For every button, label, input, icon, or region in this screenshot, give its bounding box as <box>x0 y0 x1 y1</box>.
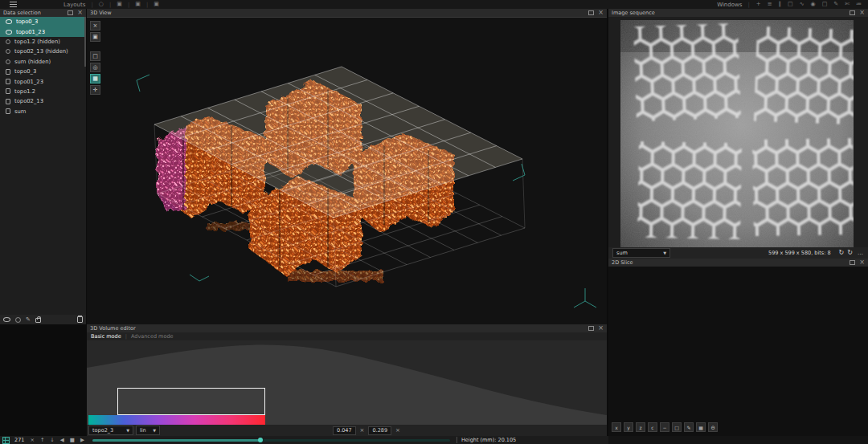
dataset-icon <box>6 79 10 84</box>
layout-preset-1-icon[interactable]: ▣ <box>117 0 122 9</box>
divider: | <box>109 2 111 8</box>
layout-preset-3-icon[interactable]: ▣ <box>154 0 159 9</box>
hamburger-menu-icon[interactable] <box>10 2 17 7</box>
curve-icon[interactable]: ∿ <box>800 0 805 9</box>
bounding-box-button[interactable]: □ <box>90 51 100 61</box>
float-panel-icon[interactable] <box>850 10 855 15</box>
rotate-left-icon[interactable]: ↻ <box>839 249 845 257</box>
slice-slider[interactable] <box>92 439 450 442</box>
clear-view-button[interactable]: × <box>90 21 100 31</box>
close-icon[interactable]: × <box>598 9 604 17</box>
rotate-right-icon[interactable]: ↻ <box>847 249 853 257</box>
list-item[interactable]: topo01_23 <box>0 26 86 36</box>
close-icon[interactable]: × <box>598 324 604 332</box>
slice-slider-handle[interactable] <box>258 438 263 442</box>
link-icon[interactable]: + <box>756 0 761 9</box>
list-item[interactable]: sum <box>0 107 86 116</box>
play-forward-icon[interactable]: ▶ <box>80 437 84 443</box>
list-item-label: topo0_3 <box>14 68 36 75</box>
eye-icon[interactable] <box>6 30 12 35</box>
list-item[interactable]: topo0_3 <box>0 17 86 26</box>
scrollbar[interactable] <box>84 17 86 67</box>
scale-dropdown[interactable]: lin ▼ <box>136 426 160 435</box>
list-item[interactable]: topo02_13 <box>0 96 86 106</box>
list-item[interactable]: topo1.2 (hidden) <box>0 37 86 47</box>
2d-slice-viewport[interactable]: x y z c − □ ✎ ▦ Θ <box>608 267 868 444</box>
tab-basic-mode[interactable]: Basic mode <box>91 333 121 340</box>
step-up-icon[interactable]: ↑ <box>40 437 44 443</box>
slice-index[interactable]: 271 <box>14 437 24 443</box>
layout-history-icon[interactable]: ○ <box>99 0 104 9</box>
contrast-button[interactable]: c <box>648 422 657 432</box>
draw-button[interactable]: ✎ <box>684 422 694 432</box>
close-icon[interactable]: × <box>77 9 83 17</box>
columns-icon[interactable]: ∥ <box>779 0 782 9</box>
play-back-icon[interactable]: ◀ <box>60 437 64 443</box>
volume-dataset-dropdown[interactable]: topo2_3 ▼ <box>88 426 133 435</box>
axis-x-button[interactable]: x <box>612 422 621 432</box>
list-item[interactable]: topo1.2 <box>0 87 86 96</box>
axis-y-button[interactable]: y <box>624 422 633 432</box>
edit-icon[interactable]: ✎ <box>26 316 31 324</box>
list-item[interactable]: topo01_23 <box>0 76 86 86</box>
axes-button[interactable]: ✛ <box>90 85 100 95</box>
tab-advanced-mode[interactable]: Advanced mode <box>131 333 174 340</box>
volume-editor-header: 3D Volume editor × <box>87 324 607 332</box>
close-icon[interactable]: × <box>859 9 865 17</box>
float-panel-icon[interactable] <box>588 10 594 15</box>
transfer-function-canvas[interactable] <box>87 340 607 425</box>
trash-icon[interactable] <box>77 316 83 323</box>
more-options-icon[interactable]: … <box>858 250 864 256</box>
list-item[interactable]: topo02_13 (hidden) <box>0 47 86 56</box>
slice-image[interactable] <box>620 20 854 247</box>
frame-button[interactable]: □ <box>672 422 682 432</box>
image-dimensions-label: 599 x 599 x 580, bits: 8 <box>768 250 831 256</box>
transfer-function-window[interactable] <box>117 388 265 415</box>
show-button-eye-icon[interactable] <box>3 317 10 322</box>
data-selection-panel: Data selection × topo0_3 topo01_23 topo1… <box>0 9 86 324</box>
panel-title: Data selection <box>3 10 41 16</box>
3d-view-toolbar: × ▣ □ ◎ ▦ ✛ <box>90 21 100 95</box>
float-panel-icon[interactable] <box>588 326 594 331</box>
step-down-icon[interactable]: ↓ <box>50 437 54 443</box>
layouts-menu[interactable]: Layouts <box>63 2 85 8</box>
clear-range-icon[interactable]: × <box>395 427 400 434</box>
minus-button[interactable]: − <box>660 422 669 432</box>
hidden-icon[interactable] <box>6 49 10 54</box>
float-panel-icon[interactable] <box>850 260 855 265</box>
axis-z-button[interactable]: z <box>636 422 645 432</box>
panel-icon[interactable]: □ <box>822 0 828 9</box>
lock-icon[interactable] <box>35 318 41 323</box>
grid-toggle-button[interactable]: ▦ <box>90 74 100 84</box>
pen-icon[interactable]: ✎ <box>833 0 838 9</box>
hidden-icon[interactable] <box>6 59 10 64</box>
record-icon[interactable]: ◉ <box>811 0 816 9</box>
dataset-icon <box>6 99 10 104</box>
list-item[interactable]: topo0_3 <box>0 67 86 76</box>
snapshot-button[interactable]: ▣ <box>90 32 100 42</box>
hidden-icon[interactable] <box>6 39 10 44</box>
3d-viewport[interactable]: × ▣ □ ◎ ▦ ✛ <box>87 17 607 324</box>
slice-grid-icon[interactable] <box>2 437 10 444</box>
window-icon[interactable]: □ <box>788 0 793 9</box>
scissors-icon[interactable]: ✄ <box>845 0 850 9</box>
close-icon[interactable]: × <box>859 259 865 267</box>
close-icon[interactable]: × <box>30 437 34 443</box>
float-panel-icon[interactable] <box>68 10 73 15</box>
gradient-bar[interactable] <box>88 415 265 425</box>
windows-menu[interactable]: Windows <box>717 2 742 8</box>
grid-button[interactable]: ▦ <box>696 422 706 432</box>
layout-preset-2-icon[interactable]: ▣ <box>135 0 141 9</box>
range-min-input[interactable]: 0.047 <box>333 426 356 435</box>
options-list-icon[interactable]: ≔ <box>856 0 862 9</box>
dataset-dropdown[interactable]: sum ▼ <box>612 248 670 258</box>
hide-button-icon[interactable] <box>15 317 21 323</box>
scale-value: lin <box>140 427 146 434</box>
camera-button[interactable]: ◎ <box>90 63 100 72</box>
info-button[interactable]: Θ <box>708 422 718 432</box>
list-icon[interactable]: ≡ <box>768 0 772 9</box>
list-item[interactable]: sum (hidden) <box>0 57 86 67</box>
stop-icon[interactable]: ■ <box>70 437 75 443</box>
range-max-input[interactable]: 0.289 <box>368 426 391 435</box>
eye-icon[interactable] <box>6 19 12 24</box>
